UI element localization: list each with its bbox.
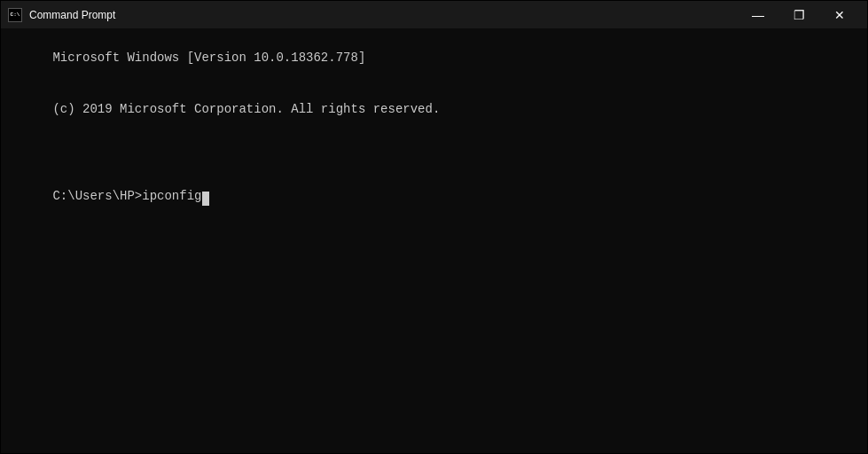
minimize-button[interactable]: — <box>738 1 778 28</box>
maximize-button[interactable]: ❐ <box>778 1 819 28</box>
window-title: Command Prompt <box>29 9 115 21</box>
cursor <box>202 192 209 206</box>
title-bar: Command Prompt — ❐ ✕ <box>1 1 867 28</box>
terminal-body[interactable]: Microsoft Windows [Version 10.0.18362.77… <box>1 28 867 453</box>
command-prompt-window: Command Prompt — ❐ ✕ Microsoft Windows [… <box>0 0 868 454</box>
title-bar-controls: — ❐ ✕ <box>738 1 860 28</box>
title-bar-left: Command Prompt <box>8 8 115 22</box>
cmd-icon <box>8 8 22 22</box>
windows-version-line: Microsoft Windows [Version 10.0.18362.77… <box>52 51 365 65</box>
terminal-output: Microsoft Windows [Version 10.0.18362.77… <box>8 32 860 223</box>
copyright-line: (c) 2019 Microsoft Corporation. All righ… <box>52 102 440 116</box>
command-line: C:\Users\HP>ipconfig <box>52 189 201 203</box>
close-button[interactable]: ✕ <box>819 1 860 28</box>
